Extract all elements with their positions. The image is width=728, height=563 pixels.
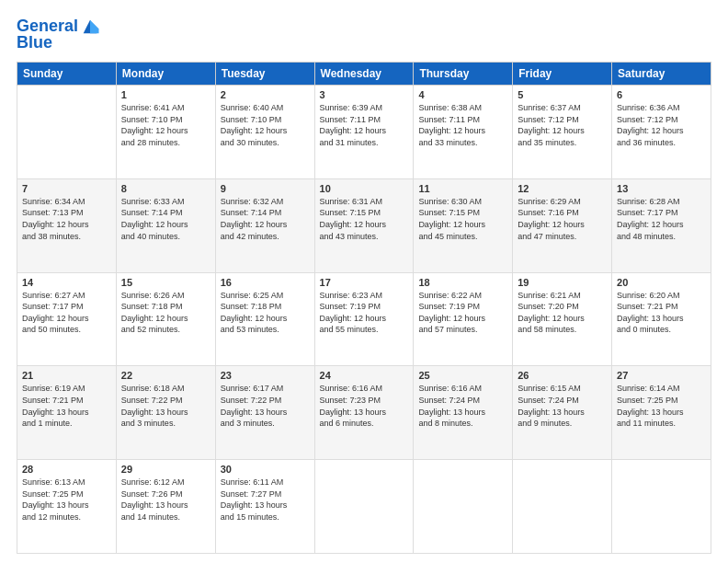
- day-info: Sunrise: 6:25 AM Sunset: 7:18 PM Dayligh…: [221, 290, 310, 336]
- day-number: 3: [320, 89, 409, 100]
- day-info: Sunrise: 6:34 AM Sunset: 7:13 PM Dayligh…: [22, 196, 111, 242]
- day-info: Sunrise: 6:26 AM Sunset: 7:18 PM Dayligh…: [121, 290, 210, 336]
- calendar-week-row: 28Sunrise: 6:13 AM Sunset: 7:25 PM Dayli…: [17, 460, 711, 554]
- day-info: Sunrise: 6:13 AM Sunset: 7:25 PM Dayligh…: [22, 477, 111, 523]
- calendar-cell: 25Sunrise: 6:16 AM Sunset: 7:24 PM Dayli…: [414, 366, 513, 460]
- day-number: 28: [22, 464, 111, 475]
- day-number: 17: [320, 277, 409, 288]
- calendar-cell: 10Sunrise: 6:31 AM Sunset: 7:15 PM Dayli…: [314, 178, 414, 272]
- weekday-header: Monday: [116, 63, 215, 86]
- logo: General Blue: [17, 17, 100, 52]
- day-number: 7: [22, 183, 111, 194]
- calendar-cell: 28Sunrise: 6:13 AM Sunset: 7:25 PM Dayli…: [17, 460, 117, 554]
- day-info: Sunrise: 6:41 AM Sunset: 7:10 PM Dayligh…: [121, 102, 210, 148]
- day-number: 25: [418, 370, 507, 381]
- day-number: 13: [617, 183, 706, 194]
- weekday-header: Wednesday: [314, 63, 414, 86]
- day-number: 24: [320, 370, 409, 381]
- day-number: 30: [221, 464, 310, 475]
- day-info: Sunrise: 6:40 AM Sunset: 7:10 PM Dayligh…: [221, 102, 310, 148]
- calendar-cell: 15Sunrise: 6:26 AM Sunset: 7:18 PM Dayli…: [116, 272, 215, 366]
- day-number: 26: [518, 370, 607, 381]
- weekday-header: Friday: [513, 63, 612, 86]
- calendar-cell: 12Sunrise: 6:29 AM Sunset: 7:16 PM Dayli…: [513, 178, 612, 272]
- calendar-cell: 22Sunrise: 6:18 AM Sunset: 7:22 PM Dayli…: [116, 366, 215, 460]
- day-number: 11: [418, 183, 507, 194]
- calendar-cell: 5Sunrise: 6:37 AM Sunset: 7:12 PM Daylig…: [513, 86, 612, 179]
- day-info: Sunrise: 6:36 AM Sunset: 7:12 PM Dayligh…: [617, 102, 706, 148]
- calendar-cell: 8Sunrise: 6:33 AM Sunset: 7:14 PM Daylig…: [116, 178, 215, 272]
- day-info: Sunrise: 6:32 AM Sunset: 7:14 PM Dayligh…: [221, 196, 310, 242]
- logo-icon: [80, 17, 100, 37]
- calendar-cell: 7Sunrise: 6:34 AM Sunset: 7:13 PM Daylig…: [17, 178, 117, 272]
- day-number: 9: [221, 183, 310, 194]
- day-number: 14: [22, 277, 111, 288]
- calendar-cell: 1Sunrise: 6:41 AM Sunset: 7:10 PM Daylig…: [116, 86, 215, 179]
- calendar-cell: 16Sunrise: 6:25 AM Sunset: 7:18 PM Dayli…: [215, 272, 314, 366]
- calendar-cell: 19Sunrise: 6:21 AM Sunset: 7:20 PM Dayli…: [513, 272, 612, 366]
- calendar-cell: [314, 460, 414, 554]
- day-info: Sunrise: 6:38 AM Sunset: 7:11 PM Dayligh…: [418, 102, 507, 148]
- day-number: 23: [221, 370, 310, 381]
- day-number: 18: [418, 277, 507, 288]
- calendar-cell: 4Sunrise: 6:38 AM Sunset: 7:11 PM Daylig…: [414, 86, 513, 179]
- calendar-cell: 13Sunrise: 6:28 AM Sunset: 7:17 PM Dayli…: [612, 178, 711, 272]
- weekday-header: Saturday: [612, 63, 711, 86]
- day-number: 21: [22, 370, 111, 381]
- calendar-cell: 27Sunrise: 6:14 AM Sunset: 7:25 PM Dayli…: [612, 366, 711, 460]
- calendar-cell: 2Sunrise: 6:40 AM Sunset: 7:10 PM Daylig…: [215, 86, 314, 179]
- weekday-header: Tuesday: [215, 63, 314, 86]
- day-info: Sunrise: 6:17 AM Sunset: 7:22 PM Dayligh…: [221, 383, 310, 429]
- day-info: Sunrise: 6:21 AM Sunset: 7:20 PM Dayligh…: [518, 290, 607, 336]
- calendar-cell: [513, 460, 612, 554]
- day-info: Sunrise: 6:12 AM Sunset: 7:26 PM Dayligh…: [121, 477, 210, 523]
- day-info: Sunrise: 6:15 AM Sunset: 7:24 PM Dayligh…: [518, 383, 607, 429]
- day-number: 1: [121, 89, 210, 100]
- day-info: Sunrise: 6:27 AM Sunset: 7:17 PM Dayligh…: [22, 290, 111, 336]
- calendar-cell: [414, 460, 513, 554]
- weekday-header: Sunday: [17, 63, 117, 86]
- day-number: 15: [121, 277, 210, 288]
- calendar-cell: 11Sunrise: 6:30 AM Sunset: 7:15 PM Dayli…: [414, 178, 513, 272]
- day-number: 20: [617, 277, 706, 288]
- day-number: 29: [121, 464, 210, 475]
- day-number: 5: [518, 89, 607, 100]
- calendar-cell: 3Sunrise: 6:39 AM Sunset: 7:11 PM Daylig…: [314, 86, 414, 179]
- calendar-cell: 20Sunrise: 6:20 AM Sunset: 7:21 PM Dayli…: [612, 272, 711, 366]
- weekday-header: Thursday: [414, 63, 513, 86]
- day-info: Sunrise: 6:19 AM Sunset: 7:21 PM Dayligh…: [22, 383, 111, 429]
- day-number: 10: [320, 183, 409, 194]
- day-info: Sunrise: 6:18 AM Sunset: 7:22 PM Dayligh…: [121, 383, 210, 429]
- day-info: Sunrise: 6:30 AM Sunset: 7:15 PM Dayligh…: [418, 196, 507, 242]
- day-info: Sunrise: 6:20 AM Sunset: 7:21 PM Dayligh…: [617, 290, 706, 336]
- calendar-cell: 17Sunrise: 6:23 AM Sunset: 7:19 PM Dayli…: [314, 272, 414, 366]
- calendar-cell: 24Sunrise: 6:16 AM Sunset: 7:23 PM Dayli…: [314, 366, 414, 460]
- page: General Blue SundayMondayTuesdayWednesda…: [0, 0, 728, 563]
- calendar-cell: 23Sunrise: 6:17 AM Sunset: 7:22 PM Dayli…: [215, 366, 314, 460]
- day-info: Sunrise: 6:11 AM Sunset: 7:27 PM Dayligh…: [221, 477, 310, 523]
- svg-marker-1: [90, 20, 99, 34]
- calendar-cell: 14Sunrise: 6:27 AM Sunset: 7:17 PM Dayli…: [17, 272, 117, 366]
- day-number: 8: [121, 183, 210, 194]
- calendar-cell: [17, 86, 117, 179]
- day-info: Sunrise: 6:29 AM Sunset: 7:16 PM Dayligh…: [518, 196, 607, 242]
- day-number: 6: [617, 89, 706, 100]
- day-info: Sunrise: 6:23 AM Sunset: 7:19 PM Dayligh…: [320, 290, 409, 336]
- day-number: 16: [221, 277, 310, 288]
- header: General Blue: [17, 17, 711, 52]
- day-info: Sunrise: 6:28 AM Sunset: 7:17 PM Dayligh…: [617, 196, 706, 242]
- calendar-week-row: 14Sunrise: 6:27 AM Sunset: 7:17 PM Dayli…: [17, 272, 711, 366]
- calendar-cell: 21Sunrise: 6:19 AM Sunset: 7:21 PM Dayli…: [17, 366, 117, 460]
- day-number: 4: [418, 89, 507, 100]
- day-info: Sunrise: 6:22 AM Sunset: 7:19 PM Dayligh…: [418, 290, 507, 336]
- day-info: Sunrise: 6:14 AM Sunset: 7:25 PM Dayligh…: [617, 383, 706, 429]
- calendar-cell: 9Sunrise: 6:32 AM Sunset: 7:14 PM Daylig…: [215, 178, 314, 272]
- calendar-week-row: 1Sunrise: 6:41 AM Sunset: 7:10 PM Daylig…: [17, 86, 711, 179]
- calendar-cell: 18Sunrise: 6:22 AM Sunset: 7:19 PM Dayli…: [414, 272, 513, 366]
- day-number: 19: [518, 277, 607, 288]
- calendar-table: SundayMondayTuesdayWednesdayThursdayFrid…: [17, 62, 711, 554]
- day-info: Sunrise: 6:16 AM Sunset: 7:24 PM Dayligh…: [418, 383, 507, 429]
- day-number: 22: [121, 370, 210, 381]
- day-info: Sunrise: 6:37 AM Sunset: 7:12 PM Dayligh…: [518, 102, 607, 148]
- day-info: Sunrise: 6:33 AM Sunset: 7:14 PM Dayligh…: [121, 196, 210, 242]
